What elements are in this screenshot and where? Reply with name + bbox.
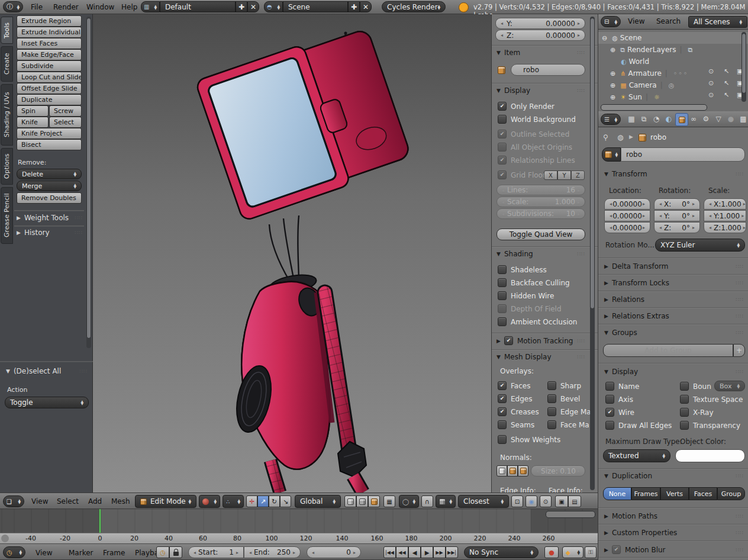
depth-of-field-checkbox[interactable] (498, 304, 507, 313)
screen-layout-selector-icon[interactable]: ▥▲▼ (141, 1, 160, 12)
ambient-occlusion-checkbox[interactable] (498, 317, 507, 326)
max-draw-type-dropdown[interactable]: Textured▲▼ (603, 449, 670, 462)
tab-render[interactable]: ▦ (626, 113, 637, 125)
object-color-swatch[interactable] (675, 449, 745, 462)
tab-shading-uvs[interactable]: Shading / UVs (1, 84, 13, 146)
display-panel-header[interactable]: ▼Display∷∷ (604, 368, 744, 376)
sync-dropdown[interactable]: No Sync▲▼ (464, 546, 539, 558)
keying-set-dropdown[interactable]: ◆▲▼ (562, 546, 583, 558)
grid-lines-field[interactable]: ◂Lines: 16▸ (496, 185, 585, 195)
wire-checkbox[interactable] (605, 408, 614, 417)
xray-checkbox[interactable] (680, 408, 689, 417)
axis-checkbox[interactable] (605, 395, 614, 404)
manipulator-axes-button[interactable]: ✛ (246, 495, 257, 507)
mesh-display-panel-header[interactable]: ▼ Mesh Display∷∷ (496, 353, 585, 361)
opengl-anim-button[interactable]: ▤ (568, 495, 581, 507)
grid-subdivisions-field[interactable]: ◂Subdivisions: 10▸ (496, 208, 585, 219)
extrude-region-button[interactable]: Extrude Region (17, 15, 82, 27)
frame-end-field[interactable]: ◂End: 250▸ (244, 546, 301, 558)
panel-drag-dots[interactable]: ∷∷ (75, 230, 83, 236)
blender-info-menu[interactable]: ⓘ▲▼ (3, 1, 23, 12)
screen-layout-name[interactable]: Default (160, 1, 236, 12)
viewport-3d[interactable] (93, 14, 491, 493)
tab-grease-pencil[interactable]: Grease Pencil (1, 187, 13, 244)
transparency-checkbox[interactable] (680, 421, 689, 430)
knife-button[interactable]: Knife (17, 117, 49, 128)
grid-axis-x-toggle[interactable]: X (544, 170, 557, 180)
grid-axis-z-toggle[interactable]: Z (571, 170, 585, 180)
pin-icon[interactable]: ⚲ (603, 133, 608, 141)
current-frame-field[interactable]: ◂0▸ (307, 546, 361, 558)
duplication-none-button[interactable]: None (603, 487, 631, 500)
manipulate-origins-button[interactable]: ⊙ (540, 495, 552, 507)
item-name-field[interactable]: robo (511, 64, 585, 76)
panel-drag-dots[interactable]: ∷∷ (736, 297, 744, 302)
auto-keyframe-button[interactable]: ● (544, 546, 559, 558)
add-scene-button[interactable]: ✚ (348, 1, 360, 12)
inset-faces-button[interactable]: Inset Faces (17, 38, 82, 49)
insert-keyframe-button[interactable]: ⚿ (585, 546, 597, 558)
object-name-prefix[interactable]: ▲▼ (602, 147, 621, 162)
grid-scale-field[interactable]: ◂Scale: 1.000▸ (496, 197, 585, 207)
shading-panel-header[interactable]: ▼ Shading∷∷ (496, 250, 585, 258)
duplication-group-button[interactable]: Group (717, 487, 745, 500)
shadeless-checkbox[interactable] (498, 265, 507, 274)
bevel-checkbox[interactable] (547, 394, 556, 403)
tool-shelf-scrollbar[interactable] (86, 17, 91, 348)
manipulator-scale-button[interactable]: ↘ (280, 495, 291, 507)
faces-checkbox[interactable] (498, 381, 507, 390)
scale-y-field[interactable]: ◂Y:1.000▸ (704, 210, 746, 221)
panel-drag-dots[interactable]: ∷∷ (736, 473, 744, 479)
relations-panel-header[interactable]: ▶Relations∷∷ (604, 295, 744, 304)
viewport-shading-dropdown[interactable]: ▲▼ (199, 495, 220, 508)
tab-world[interactable]: ◐ (663, 113, 675, 125)
panel-drag-dots[interactable]: ∷∷ (578, 338, 585, 344)
outliner-menu-search[interactable]: Search (656, 17, 681, 25)
location-z-field[interactable]: ◂Z: 0.00000▸ (495, 30, 585, 41)
tab-constraints[interactable]: ∞ (688, 113, 699, 125)
snap-self-button[interactable]: ⊡ (511, 495, 523, 507)
expand-icon[interactable]: ⊕ (610, 82, 615, 89)
timeline-editor-selector[interactable]: ◷▲▼ (3, 546, 25, 558)
subdivide-button[interactable]: Subdivide (17, 60, 82, 72)
visibility-eye-icon[interactable]: ⊙ (708, 91, 714, 99)
outliner-vscrollbar[interactable] (741, 32, 746, 102)
vertex-normals-toggle[interactable] (496, 465, 507, 477)
loop-normals-toggle[interactable] (507, 465, 518, 477)
only-render-checkbox[interactable] (498, 102, 507, 111)
grid-floor-checkbox[interactable] (498, 170, 507, 179)
name-checkbox[interactable] (605, 382, 614, 391)
screw-button[interactable]: Screw (49, 105, 82, 117)
location-y-field[interactable]: ◂0.00000▸ (604, 210, 650, 221)
groups-panel-header[interactable]: ▼Groups∷∷ (604, 329, 744, 337)
panel-drag-dots[interactable]: ∷∷ (75, 215, 83, 221)
selectability-cursor-icon[interactable]: ↖ (724, 91, 729, 99)
bounds-type-dropdown[interactable]: Box▲▼ (714, 381, 745, 391)
motion-blur-panel-header[interactable]: ▶ Motion Blur∷∷ (604, 545, 744, 554)
outliner-row-world[interactable]: ◐ World (598, 56, 748, 67)
vertex-select-button[interactable] (344, 495, 356, 507)
face-normals-toggle[interactable] (518, 465, 528, 477)
edge-select-button[interactable] (356, 495, 368, 507)
snap-element-dropdown[interactable]: ▲▼ (436, 495, 456, 508)
current-frame-playhead[interactable] (99, 509, 101, 533)
loop-cut-button[interactable]: Loop Cut and Slide (17, 72, 82, 83)
rotation-x-field[interactable]: ◂X:0°▸ (654, 198, 700, 210)
creases-checkbox[interactable] (498, 407, 507, 416)
history-panel-header[interactable]: ▶ History∷∷ (17, 228, 83, 237)
selectability-cursor-icon[interactable]: ↖ (724, 79, 729, 87)
panel-drag-dots[interactable]: ∷∷ (578, 354, 585, 360)
timeline-scrollbar[interactable] (546, 511, 595, 518)
location-x-field[interactable]: ◂0.00000▸ (604, 198, 650, 210)
next-keyframe-button[interactable]: ▶▶ (433, 546, 446, 558)
outliner-row-renderlayers[interactable]: ⊕ ⧉ RenderLayers |⧉ (598, 44, 748, 56)
panel-drag-dots[interactable]: ∷∷ (578, 251, 585, 257)
toggle-quad-view-button[interactable]: Toggle Quad View (496, 228, 585, 240)
jump-to-end-button[interactable]: ▶▶| (446, 546, 458, 558)
tab-modifiers[interactable]: ⚙ (700, 113, 712, 125)
timeline-menu-frame[interactable]: Frame (103, 549, 125, 557)
relationship-lines-checkbox[interactable] (498, 156, 507, 165)
panel-drag-dots[interactable]: ∷∷ (578, 50, 585, 56)
panel-drag-dots[interactable]: ∷∷ (736, 263, 744, 269)
jump-to-start-button[interactable]: |◀◀ (383, 546, 396, 558)
